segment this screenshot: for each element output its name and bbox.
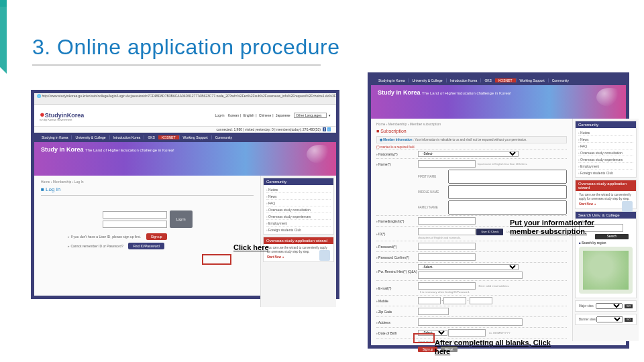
id-check-button[interactable]: User ID Check (476, 229, 503, 235)
label-nationality: › Nationality(*) (376, 152, 418, 156)
sidebar-item-notice[interactable]: Notice (266, 186, 331, 192)
browser-address-bar[interactable]: 🌐 http://www.studyinkorea.go.kr/en/sub/c… (34, 93, 336, 105)
login-form: Log In (41, 210, 254, 228)
nav-university[interactable]: University & College (71, 135, 109, 139)
nav2-gks[interactable]: GKS (480, 78, 495, 82)
sidebar-item-news[interactable]: News (266, 192, 331, 199)
sidebar-item-employment[interactable]: Employment (266, 219, 331, 226)
lang-chinese[interactable]: Chinese (259, 113, 271, 117)
label-mobile: › Mobile (376, 299, 418, 303)
mobile-1[interactable] (418, 297, 441, 304)
userid-input[interactable] (103, 211, 167, 219)
email-input[interactable] (418, 282, 476, 290)
nav2-intro[interactable]: Introduction Korea (446, 78, 481, 82)
login-heading: Log In (41, 186, 254, 192)
hint-answer-input[interactable] (418, 272, 523, 279)
wizard-icon (319, 250, 330, 261)
s2-search-header: Search Univ. & College (576, 212, 636, 219)
nav-community[interactable]: Community (211, 135, 235, 139)
name-input[interactable] (418, 160, 476, 168)
highlight-signup (202, 254, 231, 265)
title-underline (32, 64, 321, 66)
id-input[interactable] (418, 228, 476, 235)
language-bar: Log-in Korean| English| Chinese| Japanes… (214, 113, 331, 118)
label-zip: › Zip Code (376, 310, 418, 314)
banner-sites-select[interactable] (596, 316, 623, 322)
lang-japanese[interactable]: Japanese (276, 113, 290, 117)
nav2-community[interactable]: Community (548, 78, 572, 82)
lang-korean[interactable]: Korean (228, 113, 239, 117)
nav-intro[interactable]: Introduction Korea (109, 135, 144, 139)
s2-item-exp[interactable]: Overseas study experiences (578, 156, 633, 162)
wizard-start-link[interactable]: Start Now ›› (267, 255, 284, 259)
wizard-text: You can use the wizard to conveniently a… (267, 246, 327, 253)
pw-input[interactable] (418, 243, 476, 250)
twitter-icon[interactable]: t (327, 127, 331, 131)
dob-input[interactable] (448, 329, 486, 337)
mobile-2[interactable] (443, 297, 466, 304)
password-input[interactable] (103, 221, 167, 228)
annotation-put-info: Put your information for member subscrip… (510, 219, 617, 235)
site-header: ●StudyinKorea run by Korean Government L… (34, 105, 336, 127)
s2-item-club[interactable]: Foreign students Club (578, 169, 633, 176)
hero-banner-2: Study in Korea The Land of Higher Educat… (371, 85, 626, 119)
go-button-1[interactable]: GO (625, 304, 633, 308)
nav-kosnet[interactable]: KOSNET (158, 135, 179, 139)
zip-input[interactable] (418, 308, 449, 315)
go-button-2[interactable]: GO (625, 318, 633, 321)
s2-item-emp[interactable]: Employment (578, 162, 633, 169)
other-languages-select[interactable]: Other Languages (294, 113, 327, 118)
hint-select[interactable]: -Select- (418, 264, 519, 270)
sidebar-item-consult[interactable]: Overseas study consultation (266, 206, 331, 213)
sidebar-item-experiences[interactable]: Overseas study experiences (266, 213, 331, 219)
label-id: › ID(*) (376, 232, 418, 236)
middlename-input[interactable] (448, 185, 567, 199)
main-nav-2: Studying in Korea University & College I… (371, 76, 626, 85)
s2-item-faq[interactable]: FAQ (578, 142, 633, 149)
s2-wizard-header: Overseas study application wizard (576, 180, 636, 191)
screenshot-login-page: 🌐 http://www.studyinkorea.go.kr/en/sub/c… (31, 90, 339, 299)
nav2-studying[interactable]: Studying in Korea (375, 78, 408, 82)
s2-item-consult[interactable]: Overseas study consultation (578, 149, 633, 156)
login-link[interactable]: Log-in (215, 113, 225, 117)
nav2-working[interactable]: Working Support (516, 78, 548, 82)
nav-studying[interactable]: Studying in Korea (38, 135, 71, 139)
s2-item-news[interactable]: News (578, 135, 633, 142)
breadcrumb: Home › Membership › Log In (41, 180, 254, 184)
addr-input[interactable] (418, 318, 523, 326)
s2-wizard-start[interactable]: Start Now ›› (579, 202, 596, 206)
korea-map[interactable] (579, 247, 633, 294)
name-en-input[interactable] (418, 217, 476, 225)
sidebar-item-faq[interactable]: FAQ (266, 199, 331, 206)
nav2-university[interactable]: University & College (408, 78, 445, 82)
main-nav: Studying in Korea University & College I… (34, 133, 336, 142)
site-logo[interactable]: ●StudyinKorea run by Korean Government (40, 110, 84, 121)
find-id-button[interactable]: Find ID/Password (128, 243, 164, 249)
screenshot-subscription-page: Studying in Korea University & College I… (368, 72, 629, 349)
s2-item-notice[interactable]: Notice (578, 129, 633, 135)
firstname-input[interactable] (448, 170, 567, 184)
label-name-en: › Name(English)(*) (376, 219, 418, 223)
page-url: http://www.studyinkorea.go.kr/en/sub/col… (42, 94, 336, 98)
facebook-icon[interactable]: f (323, 127, 326, 131)
label-name: › Name(*) (376, 162, 418, 166)
major-sites-select[interactable] (596, 303, 623, 309)
label-first: FIRST NAME (418, 175, 446, 178)
nav-working[interactable]: Working Support (179, 135, 211, 139)
hero-banner: Study in Korea The Land of Higher Educat… (34, 142, 336, 176)
pwc-input[interactable] (418, 253, 476, 261)
slide-title-text: Online application procedure (57, 35, 339, 59)
label-hint: › Pw. Remind Hint(*) (Q&A) (376, 269, 418, 274)
mobile-3[interactable] (470, 297, 492, 304)
lang-english[interactable]: English (244, 113, 254, 117)
nav2-kosnet[interactable]: KOSNET (495, 78, 516, 82)
member-info-box: ◉ Member Information : Your information … (376, 136, 567, 143)
slide-title-number: 3. (32, 35, 51, 59)
nationality-select[interactable]: -Select- (418, 151, 519, 157)
login-button[interactable]: Log In (170, 210, 193, 228)
nav-gks[interactable]: GKS (144, 135, 158, 139)
signup-button[interactable]: Sign up (146, 233, 167, 240)
breadcrumb-2: Home › Membership › Member subscription (376, 122, 567, 126)
sidebar-item-club[interactable]: Foreign students Club (266, 226, 331, 233)
familyname-input[interactable] (448, 200, 567, 215)
